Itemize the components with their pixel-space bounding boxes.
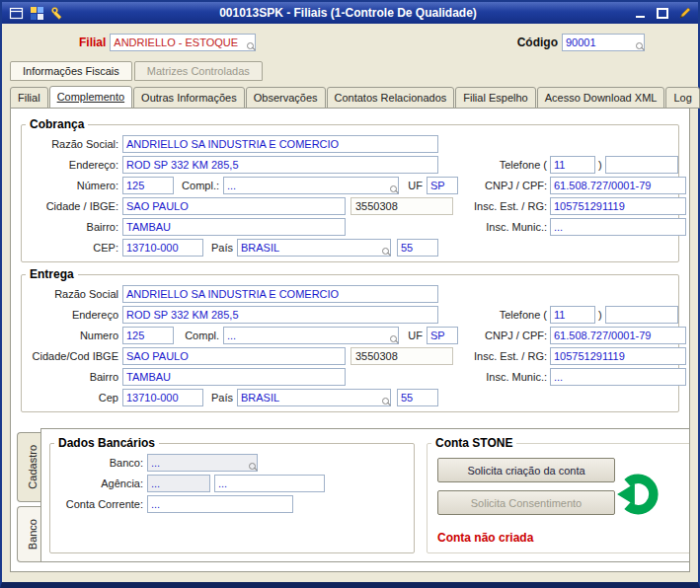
- uf-label: UF: [399, 180, 427, 191]
- pais-label: País: [203, 392, 237, 404]
- tab-acesso-download-xml[interactable]: Acesso Download XML: [537, 87, 665, 109]
- entrega-group: Entrega Razão Social Endereço Telefone (…: [21, 274, 679, 412]
- tab-observacoes[interactable]: Observações: [246, 87, 326, 109]
- uf-input-entrega[interactable]: [427, 327, 458, 344]
- banco-label: Banco:: [56, 457, 147, 469]
- bairro-input-cobranca[interactable]: [122, 218, 346, 236]
- ddd-input-cobranca[interactable]: [550, 156, 595, 174]
- numero-input-cobranca[interactable]: [122, 177, 174, 194]
- app-window: 001013SPK - Filiais (1-Controle De Quali…: [0, 0, 700, 588]
- compl-input-cobranca[interactable]: [223, 177, 399, 194]
- cidade-input-cobranca[interactable]: [122, 197, 346, 215]
- insc-mun-label: Insc. Munic.:: [464, 371, 550, 383]
- insc-est-input-cobranca[interactable]: [550, 197, 686, 215]
- cnpj-input-cobranca[interactable]: [550, 177, 686, 194]
- endereco-label: Endereço: [28, 309, 122, 321]
- filial-input[interactable]: [110, 34, 256, 51]
- insc-est-label: Insc. Est. / RG:: [464, 200, 550, 212]
- ddi-input-cobranca[interactable]: [397, 239, 438, 257]
- conta-stone-title: Conta STONE: [431, 436, 516, 450]
- insc-est-label: Insc. Est. / RG:: [464, 350, 550, 362]
- telefone-label: Telefone (: [464, 309, 550, 321]
- complemento-page: Cobrança Razão Social: Endereço: Telefon…: [10, 108, 690, 572]
- edit-pencil-icon[interactable]: [676, 5, 692, 21]
- tab-filial-espelho[interactable]: Filial Espelho: [455, 87, 535, 109]
- agencia-label: Agência:: [56, 478, 147, 489]
- uf-input-cobranca[interactable]: [427, 177, 458, 194]
- cobranca-group: Cobrança Razão Social: Endereço: Telefon…: [21, 124, 679, 262]
- vtab-cadastro[interactable]: Cadastro: [17, 432, 40, 502]
- insc-mun-input-entrega[interactable]: [550, 368, 686, 386]
- banco-input[interactable]: [147, 454, 258, 472]
- conta-corrente-label: Conta Corrente:: [56, 498, 147, 510]
- endereco-input-entrega[interactable]: [122, 306, 438, 324]
- telefone-label: Telefone (: [464, 159, 550, 171]
- razao-social-label: Razão Social:: [28, 138, 122, 150]
- vtab-banco[interactable]: Banco: [17, 506, 40, 562]
- tab-matrizes-controladas: Matrizes Controladas: [134, 61, 263, 81]
- endereco-input-cobranca[interactable]: [122, 156, 438, 174]
- agencia-input[interactable]: [147, 475, 210, 492]
- bairro-label: Bairro: [28, 371, 122, 383]
- stone-connection-icon: [615, 472, 661, 519]
- compl-input-entrega[interactable]: [223, 327, 399, 344]
- agencia-dv-input[interactable]: [214, 475, 325, 492]
- insc-mun-label: Insc. Munic.:: [464, 221, 550, 233]
- telefone-close-paren: ): [595, 159, 605, 171]
- tab-informacoes-fiscais[interactable]: Informações Fiscais: [10, 61, 132, 81]
- dados-bancarios-group: Dados Bancários Banco: Agência: Conta Co…: [49, 443, 415, 553]
- ibge-code-field-cobranca: 3550308: [350, 197, 453, 215]
- cidade-input-entrega[interactable]: [122, 347, 346, 365]
- window-icon[interactable]: [8, 5, 24, 21]
- cep-input-cobranca[interactable]: [122, 239, 203, 257]
- pais-input-cobranca[interactable]: [237, 239, 391, 257]
- ddd-input-entrega[interactable]: [550, 306, 595, 324]
- cnpj-label: CNPJ / CPF:: [464, 180, 550, 191]
- tab-log[interactable]: Log: [665, 87, 699, 109]
- telefone-input-cobranca[interactable]: [605, 156, 678, 174]
- record-header: Filial Código: [2, 24, 698, 53]
- razao-social-input-cobranca[interactable]: [122, 135, 438, 153]
- solicita-consentimento-button: Solicita Consentimento: [437, 490, 615, 515]
- razao-social-label: Razão Social: [28, 288, 122, 300]
- cep-input-entrega[interactable]: [122, 389, 203, 406]
- numero-label: Número:: [28, 180, 122, 191]
- ddi-input-entrega[interactable]: [397, 389, 438, 406]
- conta-status-text: Conta não criada: [437, 531, 533, 545]
- cnpj-label: CNPJ / CPF:: [464, 330, 550, 341]
- maximize-button[interactable]: [654, 5, 671, 21]
- pais-label: País: [203, 242, 237, 254]
- bairro-input-entrega[interactable]: [122, 368, 346, 386]
- conta-stone-group: Conta STONE Solicita criação da conta So…: [427, 443, 690, 553]
- minimize-button[interactable]: [631, 5, 649, 21]
- cnpj-input-entrega[interactable]: [550, 327, 686, 344]
- tab-outras-informacoes[interactable]: Outras Informações: [133, 87, 245, 109]
- cep-label: Cep: [28, 392, 122, 404]
- numero-input-entrega[interactable]: [122, 327, 174, 344]
- banco-panel: Dados Bancários Banco: Agência: Conta Co…: [40, 428, 690, 562]
- codigo-input[interactable]: [562, 34, 645, 51]
- wrench-icon[interactable]: [49, 5, 65, 21]
- insc-est-input-entrega[interactable]: [550, 347, 686, 365]
- cep-label: CEP:: [28, 242, 122, 254]
- endereco-label: Endereço:: [28, 159, 122, 171]
- cidade-ibge-label: Cidade/Cod IBGE: [28, 350, 122, 362]
- telefone-input-entrega[interactable]: [605, 306, 678, 324]
- title-bar: 001013SPK - Filiais (1-Controle De Quali…: [2, 2, 698, 24]
- tab-filial[interactable]: Filial: [10, 87, 48, 109]
- razao-social-input-entrega[interactable]: [122, 285, 438, 303]
- bairro-label: Bairro:: [28, 221, 122, 233]
- conta-corrente-input[interactable]: [147, 495, 293, 513]
- bottom-section: Cadastro Banco Dados Bancários Banco: Ag…: [17, 428, 683, 562]
- section-tabs: Informações Fiscais Matrizes Controladas: [10, 61, 698, 81]
- insc-mun-input-cobranca[interactable]: [550, 218, 686, 236]
- tab-complemento[interactable]: Complemento: [49, 86, 132, 109]
- tab-contatos-relacionados[interactable]: Contatos Relacionados: [327, 87, 455, 109]
- uf-label: UF: [399, 330, 427, 341]
- pais-input-entrega[interactable]: [237, 389, 391, 406]
- dados-bancarios-title: Dados Bancários: [54, 436, 159, 450]
- app-logo-icon[interactable]: [29, 5, 44, 21]
- main-tabs: Filial Complemento Outras Informações Ob…: [10, 86, 698, 108]
- solicita-criacao-conta-button[interactable]: Solicita criação da conta: [437, 458, 615, 482]
- filial-label: Filial: [79, 36, 106, 49]
